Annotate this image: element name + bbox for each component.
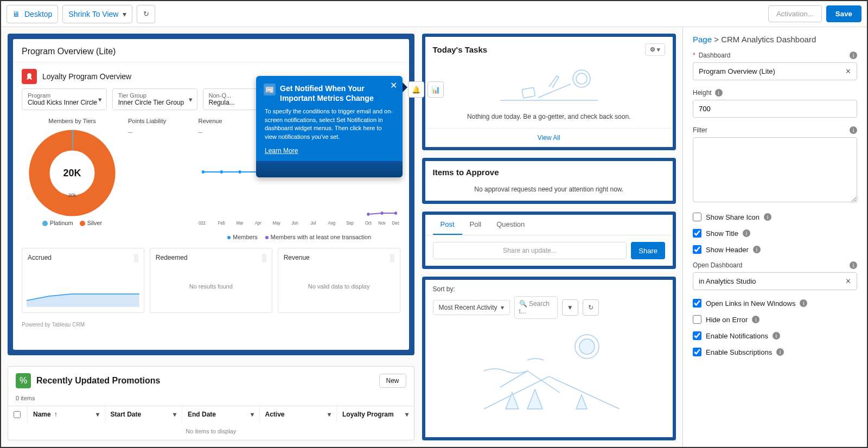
promotions-table-header: Name ↑ Start Date End Date Active Loyalt… <box>8 406 414 423</box>
svg-text:Aug: Aug <box>328 220 335 226</box>
learn-more-link[interactable]: Learn More <box>265 147 298 155</box>
open-dashboard-combobox[interactable]: in Analytics Studio ✕ <box>693 272 857 290</box>
tasks-menu-button[interactable]: ⚙ ▾ <box>645 43 665 56</box>
svg-point-12 <box>367 213 369 216</box>
clear-icon[interactable]: ✕ <box>845 277 851 285</box>
refresh-icon: ↻ <box>143 10 149 18</box>
breadcrumb-page-link[interactable]: Page <box>693 35 712 44</box>
show-title-checkbox[interactable] <box>693 229 701 238</box>
info-icon[interactable]: i <box>752 316 760 323</box>
tab-post[interactable]: Post <box>433 215 462 235</box>
popover-body: To specify the conditions to trigger ema… <box>265 107 394 141</box>
activation-button[interactable]: Activation... <box>768 5 822 22</box>
gauge-icon <box>134 254 138 263</box>
gauge-icon <box>390 254 394 263</box>
feed-refresh-button[interactable]: ↻ <box>583 299 599 316</box>
select-all-checkbox[interactable] <box>14 411 21 418</box>
filter-tier-group[interactable]: Tier Group Inner Circle Tier Group <box>112 88 197 110</box>
svg-point-5 <box>238 170 241 174</box>
save-button[interactable]: Save <box>826 5 861 22</box>
clear-icon[interactable]: ✕ <box>845 67 851 75</box>
device-select[interactable]: 🖥 Desktop <box>7 5 58 23</box>
device-label: Desktop <box>24 10 52 18</box>
points-title: Points Liability <box>128 116 193 126</box>
feed-search-input[interactable]: 🔍 Search t... <box>514 296 558 319</box>
donut-inner-label: 20k <box>29 193 116 198</box>
enable-subs-checkbox[interactable] <box>693 348 701 356</box>
tasks-component[interactable]: Today's Tasks ⚙ ▾ <box>422 34 676 150</box>
filter-textarea[interactable] <box>693 137 857 202</box>
chevron-down-icon <box>96 411 99 418</box>
approve-component[interactable]: Items to Approve No approval requests ne… <box>422 158 676 204</box>
dashboard-subtitle: Loyalty Program Overview <box>42 72 131 81</box>
svg-point-4 <box>220 170 222 174</box>
sort-select[interactable]: Most Recent Activity <box>433 300 510 315</box>
svg-text:Jun: Jun <box>291 220 298 226</box>
tab-question[interactable]: Question <box>489 215 532 235</box>
kpi-revenue: Revenue No valid data to display <box>278 248 400 313</box>
svg-text:May: May <box>272 220 280 226</box>
dashboard-combobox[interactable]: Program Overview (Lite) ✕ <box>693 62 857 80</box>
show-header-checkbox[interactable] <box>693 245 701 254</box>
info-icon[interactable]: i <box>850 261 857 269</box>
svg-point-28 <box>573 70 590 87</box>
approve-empty-text: No approval requests need your attention… <box>425 183 673 201</box>
svg-text:Mar: Mar <box>236 220 243 226</box>
info-icon[interactable]: i <box>850 52 857 59</box>
info-icon[interactable]: i <box>764 213 771 221</box>
chevron-down-icon <box>405 411 409 418</box>
col-active[interactable]: Active <box>260 406 337 423</box>
svg-point-3 <box>201 170 204 174</box>
refresh-button[interactable]: ↻ <box>137 5 155 23</box>
tasks-view-all[interactable]: View All <box>425 128 673 147</box>
chevron-down-icon <box>328 411 331 418</box>
height-input[interactable] <box>693 100 857 118</box>
hide-error-checkbox[interactable] <box>693 315 701 324</box>
area-chart-accrued <box>27 274 139 307</box>
gauge-icon <box>262 254 266 263</box>
points-value: – <box>128 126 193 139</box>
filter-field-label: Filter <box>693 126 707 134</box>
info-icon[interactable]: i <box>753 246 761 253</box>
col-end[interactable]: End Date <box>182 406 260 423</box>
new-button[interactable]: New <box>379 374 406 388</box>
open-links-checkbox[interactable] <box>693 299 701 308</box>
share-button[interactable]: Share <box>631 242 665 259</box>
info-icon[interactable]: i <box>773 332 780 340</box>
svg-text:Dec: Dec <box>392 220 399 226</box>
col-program[interactable]: Loyalty Program <box>337 406 414 423</box>
notification-bell-button[interactable]: 🔔 <box>408 81 424 98</box>
info-icon[interactable]: i <box>715 89 723 97</box>
chevron-down-icon <box>189 95 193 104</box>
info-icon[interactable]: i <box>800 299 807 307</box>
bell-icon: 🔔 <box>412 86 420 94</box>
svg-point-31 <box>579 339 595 354</box>
tab-poll[interactable]: Poll <box>462 215 489 235</box>
close-icon[interactable]: ✕ <box>390 80 397 91</box>
feed-component[interactable]: Post Poll Question Share an update... Sh… <box>422 212 676 269</box>
info-icon[interactable]: i <box>850 126 857 134</box>
breadcrumb: Page > CRM Analytics Dashboard <box>693 35 857 44</box>
promotions-component[interactable]: % Recently Updated Promotions New 0 item… <box>8 366 414 440</box>
show-share-checkbox[interactable] <box>693 213 701 221</box>
chevron-down-icon <box>251 411 254 418</box>
chevron-down-icon <box>173 411 176 418</box>
filter-program[interactable]: Program Cloud Kicks Inner Circle <box>22 88 107 110</box>
promotions-title: Recently Updated Promotions <box>36 376 160 386</box>
tasks-title: Today's Tasks <box>433 45 488 54</box>
height-field-label: Height <box>693 89 712 97</box>
info-icon[interactable]: i <box>743 229 750 237</box>
col-name[interactable]: Name ↑ <box>28 406 105 423</box>
zoom-select[interactable]: Shrink To View <box>62 5 132 23</box>
feed-list-component[interactable]: Sort by: Most Recent Activity 🔍 Search t… <box>422 277 676 440</box>
svg-text:Nov: Nov <box>378 220 386 226</box>
open-report-button[interactable]: 📊 <box>427 81 444 98</box>
builder-toolbar: 🖥 Desktop Shrink To View ↻ Activation...… <box>1 1 867 27</box>
sort-label: Sort by: <box>433 285 455 293</box>
share-input[interactable]: Share an update... <box>433 242 627 259</box>
filter-button[interactable]: ▼ <box>562 299 578 316</box>
col-start[interactable]: Start Date <box>105 406 183 423</box>
dashboard-field-label: Dashboard <box>699 52 731 59</box>
enable-notif-checkbox[interactable] <box>693 331 701 340</box>
info-icon[interactable]: i <box>776 348 784 356</box>
